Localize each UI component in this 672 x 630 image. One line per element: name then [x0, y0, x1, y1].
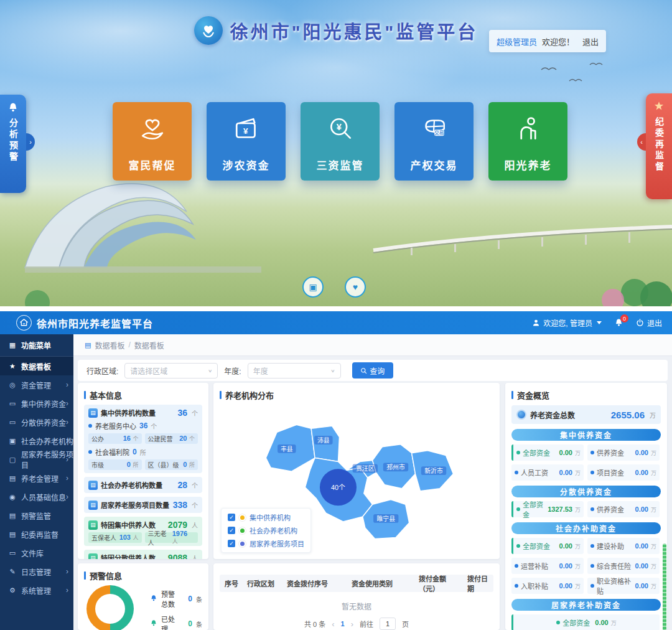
- user-menu[interactable]: 欢迎您, 管理员: [532, 317, 602, 328]
- logout-button[interactable]: 退出: [636, 317, 662, 328]
- fund-value: 0.00: [635, 542, 648, 550]
- map-legend-item-社会办养老机构[interactable]: ✓社会办养老机构: [228, 525, 304, 535]
- fund-label: 人员工资: [521, 468, 548, 477]
- sidebar-item-分散供养资金[interactable]: ▭分散供养资金›: [0, 413, 73, 431]
- info-card-value: 36: [177, 408, 187, 418]
- fund-unit: 万: [575, 582, 581, 590]
- fund-label: 建设补助: [597, 541, 624, 551]
- hero-tile-阳光养老[interactable]: 阳光养老: [488, 102, 567, 181]
- analysis-warning-banner[interactable]: 分析预警: [0, 95, 26, 193]
- warning-stat-unit: 条: [196, 619, 202, 629]
- wallet-yuan-icon: ¥: [230, 112, 263, 148]
- sidebar-item-人员基础信息[interactable]: ◉人员基础信息›: [0, 487, 73, 506]
- map-legend-item-居家养老服务项目[interactable]: ✓居家养老服务项目: [228, 538, 304, 548]
- breadcrumb-item[interactable]: 数据看板: [95, 340, 124, 350]
- table-pagination: 共 0 条 ‹ 1 › 前往 页: [220, 618, 493, 630]
- info-bullet-row: 社会福利院0所: [88, 447, 198, 457]
- fund-label: 运营补贴: [521, 561, 548, 571]
- sidebar-item-系统管理[interactable]: ⚙系统管理›: [0, 581, 73, 599]
- info-card-header: ▤特困集中供养人数2079人: [88, 520, 198, 530]
- info-card-unit: 人: [192, 553, 198, 560]
- heart-care-icon[interactable]: ♥: [345, 276, 366, 298]
- fund-cell-综合责任险: 综合责任险0.00万: [587, 558, 660, 574]
- sidebar-item-label: 预警监管: [21, 510, 51, 521]
- sidebar-item-社会办养老机构[interactable]: ▣社会办养老机构›: [0, 431, 73, 450]
- chevron-right-icon: ›: [66, 492, 68, 501]
- title-accent-bar: [511, 391, 513, 399]
- sidebar-item-数据看板[interactable]: ★数据看板: [0, 357, 73, 375]
- fund-dot: [590, 544, 594, 548]
- fund-label: 入职补贴: [521, 581, 548, 591]
- fund-dot: [515, 584, 518, 588]
- fund-cell-建设补助: 建设补助0.00万: [587, 538, 660, 554]
- chip-label: 区（县）级: [148, 460, 179, 469]
- user-role: 超级管理员: [497, 35, 537, 47]
- checkbox-checked-icon[interactable]: ✓: [228, 540, 235, 547]
- sidebar-item-资金管理[interactable]: ◎资金管理›: [0, 375, 73, 394]
- sidebar-item-养老金管理[interactable]: ▤养老金管理›: [0, 469, 73, 487]
- pagination-page-1[interactable]: 1: [341, 620, 345, 628]
- hero-tile-三资监管[interactable]: ¥三资监管: [301, 102, 380, 181]
- query-button[interactable]: 查询: [352, 362, 393, 378]
- allocation-table-panel: 序号行政区划资金拨付序号资金使用类别拨付金额（元）拨付日期 暂无数据 共 0 条…: [213, 563, 500, 630]
- star-icon: ★: [8, 362, 17, 370]
- sidebar-item-日志管理[interactable]: ✎日志管理›: [0, 562, 73, 581]
- hero-tiles: 富民帮促¥涉农资金¥三资监管交易产权交易阳光养老: [113, 102, 567, 181]
- pagination-next-button[interactable]: ›: [351, 619, 353, 629]
- funds-scrollbar[interactable]: [663, 543, 666, 630]
- filter-bar: 行政区域: 请选择区域 ∨ 年度: 年度 ∨ 查询: [78, 360, 668, 381]
- left-banner-expand-arrow[interactable]: ›: [26, 133, 35, 151]
- info-chip-五保老人: 五保老人103 人: [88, 532, 142, 543]
- sidebar-item-文件库[interactable]: ▭文件库: [0, 543, 73, 562]
- bullet-label: 社会福利院: [95, 447, 129, 457]
- fund-dot: [590, 584, 594, 588]
- fund-dot: [590, 564, 594, 568]
- chevron-right-icon: ›: [66, 567, 68, 576]
- table-column-资金拨付序号: 资金拨付序号: [282, 578, 347, 588]
- id-card-icon[interactable]: ▣: [302, 276, 324, 298]
- info-card-unit: 个: [192, 408, 198, 418]
- fund-label: 全部资金: [562, 618, 590, 628]
- checkbox-checked-icon[interactable]: ✓: [228, 527, 235, 534]
- info-card-title: 社会办养老机构数量: [101, 480, 162, 490]
- sidebar-menu-header: ▦ 功能菜单: [0, 334, 73, 357]
- sidebar-item-居家养老服务项目[interactable]: ▢居家养老服务项目›: [0, 450, 73, 469]
- funds-title: 资金概览: [517, 389, 549, 401]
- map-legend-item-集中供养机构[interactable]: ✓集中供养机构: [228, 512, 304, 522]
- table-column-拨付日期: 拨付日期: [462, 573, 493, 593]
- sidebar-item-集中供养资金[interactable]: ▭集中供养资金›: [0, 394, 73, 413]
- sidebar-item-纪委再监督[interactable]: ▤纪委再监督: [0, 525, 73, 543]
- info-card-集中供养机构数量: ▤集中供养机构数量36个养老服务中心36个公办16 个公建民营20 个社会福利院…: [84, 405, 202, 473]
- checkbox-checked-icon[interactable]: ✓: [228, 514, 235, 521]
- pagination-goto-input[interactable]: [380, 618, 396, 630]
- map-legend-label: 集中供养机构: [250, 512, 291, 522]
- pagination-page-unit: 页: [402, 619, 409, 629]
- hero-tile-产权交易[interactable]: 交易产权交易: [394, 102, 474, 181]
- fund-cell-全部资金: 全部资金1327.53万: [511, 501, 584, 517]
- district-label-邳州市: 邳州市: [386, 463, 405, 471]
- region-filter-label: 行政区域:: [86, 365, 118, 376]
- pagination-prev-button[interactable]: ‹: [332, 619, 334, 629]
- bullet-dot: [88, 450, 92, 454]
- pagination-goto-label: 前往: [360, 619, 373, 629]
- hero-tile-富民帮促[interactable]: 富民帮促: [113, 102, 192, 181]
- sidebar-item-label: 集中供养资金: [21, 398, 66, 409]
- sidebar-item-label: 日志管理: [21, 567, 51, 577]
- sidebar-item-预警监管[interactable]: ▤预警监管: [0, 506, 73, 525]
- fund-dot: [556, 621, 560, 624]
- fund-dot: [516, 544, 520, 548]
- hero-logout-button[interactable]: 退出: [582, 35, 599, 47]
- year-select[interactable]: 年度 ∨: [248, 363, 341, 378]
- fund-dot: [590, 451, 594, 454]
- elder-person-icon: [511, 112, 545, 148]
- bullet-label: 养老服务中心: [95, 421, 136, 431]
- discipline-supervision-banner[interactable]: 纪委再监督: [646, 93, 672, 199]
- sidebar-item-label: 系统管理: [21, 585, 51, 596]
- hero-tile-涉农资金[interactable]: ¥涉农资金: [207, 102, 286, 181]
- fund-value: 0.00: [635, 505, 648, 513]
- magnifier-yuan-icon: ¥: [324, 112, 357, 148]
- notifications-button[interactable]: 0: [614, 318, 623, 327]
- fund-cell-全部资金: 全部资金0.00万: [511, 444, 584, 461]
- right-banner-expand-arrow[interactable]: ‹: [637, 133, 646, 151]
- region-select[interactable]: 请选择区域 ∨: [124, 363, 218, 378]
